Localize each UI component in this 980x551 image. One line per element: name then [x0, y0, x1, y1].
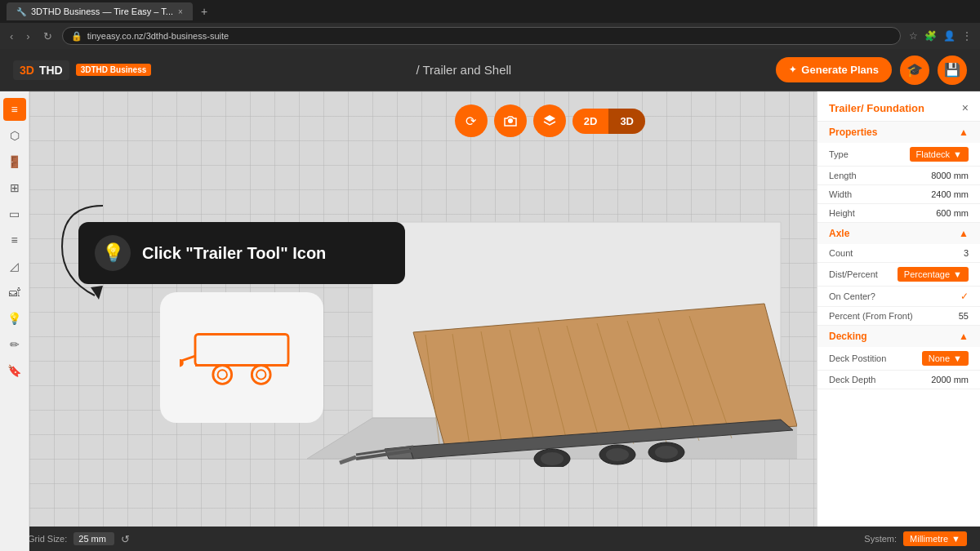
draw-tool-button[interactable]: ✏ [3, 333, 26, 356]
right-panel: Trailer/ Foundation × Properties ▲ Type … [817, 91, 980, 551]
system-value: Millimetre [910, 534, 948, 544]
extension-icon[interactable]: 🧩 [923, 29, 938, 43]
height-value: 600 mm [936, 208, 969, 218]
properties-section-header[interactable]: Properties ▲ [817, 122, 980, 143]
tooltip-popup: 💡 Click "Trailer Tool" Icon [78, 222, 405, 423]
left-toolbar: ≡ ⬡ 🚪 ⊞ ▭ ≡ ◿ 🛋 💡 ✏ 🔖 [0, 91, 29, 551]
sofa-tool-button[interactable]: 🛋 [3, 281, 26, 304]
mode-toggle[interactable]: 2D 3D [572, 109, 645, 134]
bookmark-tool-button[interactable]: 🔖 [3, 359, 26, 382]
app-container: 3D THD 3DTHD Business / Trailer and Shel… [0, 49, 980, 551]
axle-section-title: Axle [829, 228, 849, 239]
cube-tool-button[interactable]: ⬡ [3, 124, 26, 147]
logo-3d-text: 3D [20, 64, 34, 77]
system-label: System: [864, 534, 897, 544]
new-tab-button[interactable]: + [196, 5, 212, 18]
bottom-bar: ⊞ Grid Size: ↺ System: Millimetre ▼ [0, 527, 980, 551]
layers-button[interactable] [533, 104, 566, 137]
address-bar[interactable]: 🔒 tinyeasy.co.nz/3dthd-business-suite [62, 27, 901, 45]
svg-point-28 [218, 370, 227, 379]
type-dropdown[interactable]: Flatdeck ▼ [910, 147, 969, 162]
browser-chrome: 🔧 3DTHD Business — Tire Easy – T... × + … [0, 0, 980, 49]
on-center-property-row: On Center? ✓ [817, 287, 980, 307]
length-value: 8000 mm [931, 171, 969, 180]
system-area: System: Millimetre ▼ [864, 531, 967, 546]
ramp-tool-button[interactable]: ◿ [3, 255, 26, 278]
grid-size-input[interactable] [74, 532, 114, 545]
deck-position-property-row: Deck Postition None ▼ [817, 347, 980, 371]
on-center-label: On Center? [829, 291, 875, 301]
reload-button[interactable]: ↻ [40, 29, 56, 44]
refresh-button[interactable]: ↺ [121, 533, 130, 545]
light-tool-button[interactable]: 💡 [3, 307, 26, 330]
panel-header: Trailer/ Foundation × [817, 91, 980, 122]
deck-position-value: None [929, 353, 950, 363]
header-title: / Trailer and Shell [151, 63, 776, 77]
panel-tool-button[interactable]: ▭ [3, 202, 26, 225]
generate-plans-button[interactable]: Generate Plans [776, 57, 892, 82]
tab-close-button[interactable]: × [178, 7, 183, 16]
panel-close-button[interactable]: × [962, 101, 969, 114]
count-value: 3 [964, 248, 969, 258]
camera-button[interactable] [494, 104, 527, 137]
svg-point-27 [213, 366, 232, 384]
deck-position-dropdown-icon: ▼ [953, 353, 962, 363]
logo-box: 3D THD [13, 60, 69, 80]
help-button[interactable]: 🎓 [900, 56, 929, 85]
dist-dropdown[interactable]: Percentage ▼ [898, 267, 969, 282]
tab-label: 3DTHD Business — Tire Easy – T... [31, 7, 173, 16]
decking-collapse-icon: ▲ [959, 331, 969, 342]
properties-section-title: Properties [829, 127, 877, 138]
on-center-check: ✓ [960, 291, 969, 302]
panel-title: Trailer/ Foundation [829, 102, 924, 114]
type-property-row: Type Flatdeck ▼ [817, 143, 980, 167]
menu-icon[interactable]: ⋮ [960, 29, 973, 43]
trailer-icon-svg [180, 317, 304, 398]
svg-point-30 [256, 370, 265, 379]
width-property-row: Width 2400 mm [817, 185, 980, 204]
3d-mode-button[interactable]: 3D [608, 109, 645, 134]
browser-controls: ‹ › ↻ 🔒 tinyeasy.co.nz/3dthd-business-su… [0, 23, 980, 49]
back-button[interactable]: ‹ [7, 29, 16, 44]
type-value: Flatdeck [916, 149, 951, 159]
forward-button[interactable]: › [23, 29, 33, 44]
deck-depth-property-row: Deck Depth 2000 mm [817, 371, 980, 389]
tooltip-header: 💡 Click "Trailer Tool" Icon [78, 222, 405, 284]
decking-section-header[interactable]: Decking ▲ [817, 326, 980, 347]
door-tool-button[interactable]: 🚪 [3, 150, 26, 173]
url-text: tinyeasy.co.nz/3dthd-business-suite [87, 31, 229, 41]
profile-icon[interactable]: 👤 [942, 29, 957, 43]
axle-section-header[interactable]: Axle ▲ [817, 223, 980, 244]
count-label: Count [829, 248, 853, 258]
grid-label: Grid Size: [28, 534, 67, 544]
logo-area: 3D THD 3DTHD Business [13, 60, 151, 80]
percent-value: 55 [959, 311, 969, 321]
save-button[interactable]: 💾 [938, 56, 967, 85]
deck-position-label: Deck Postition [829, 353, 886, 363]
orbit-button[interactable]: ⟳ [455, 104, 488, 137]
properties-collapse-icon: ▲ [959, 127, 969, 138]
deck-depth-label: Deck Depth [829, 375, 875, 384]
tab-favicon: 🔧 [16, 7, 26, 16]
decking-section-title: Decking [829, 331, 867, 342]
stack-tool-button[interactable]: ≡ [3, 229, 26, 251]
length-property-row: Length 8000 mm [817, 167, 980, 185]
2d-mode-button[interactable]: 2D [572, 109, 609, 134]
grid-tool-button[interactable]: ⊞ [3, 176, 26, 199]
star-icon[interactable]: ☆ [907, 29, 920, 43]
system-dropdown[interactable]: Millimetre ▼ [903, 531, 967, 546]
tooltip-text: Click "Trailer Tool" Icon [142, 244, 326, 263]
deck-position-dropdown[interactable]: None ▼ [922, 351, 969, 366]
percent-property-row: Percent (From Front) 55 [817, 307, 980, 326]
width-value: 2400 mm [931, 189, 969, 199]
app-header: 3D THD 3DTHD Business / Trailer and Shel… [0, 49, 980, 91]
tooltip-bulb-icon: 💡 [95, 235, 131, 271]
dist-label: Dist/Percent [829, 269, 878, 279]
viewport[interactable]: ⟳ 2D 3D [29, 91, 817, 551]
active-tab[interactable]: 🔧 3DTHD Business — Tire Easy – T... × [7, 2, 193, 20]
svg-rect-25 [195, 335, 288, 366]
deck-depth-value: 2000 mm [931, 375, 969, 384]
dist-dropdown-icon: ▼ [953, 269, 962, 279]
width-label: Width [829, 189, 852, 199]
layers-tool-button[interactable]: ≡ [3, 98, 26, 121]
